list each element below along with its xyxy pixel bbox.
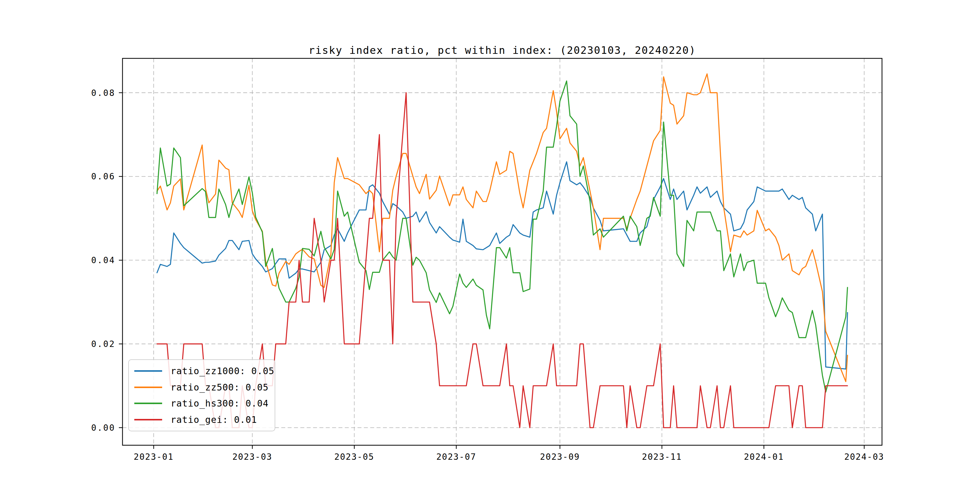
- legend-label: ratio_zz1000: 0.05: [170, 366, 274, 376]
- legend-label: ratio_zz500: 0.05: [170, 382, 269, 393]
- series-line-ratio_zz1000: [157, 162, 848, 369]
- legend-line-swatch: [134, 387, 162, 388]
- tick-label-y: 0.02: [91, 339, 115, 349]
- tick-label-x: 2023-07: [436, 452, 476, 462]
- tick-label-x: 2023-09: [540, 452, 580, 462]
- tick-label-x: 2023-05: [334, 452, 374, 462]
- legend-line-swatch: [134, 402, 162, 404]
- legend-line-swatch: [134, 370, 162, 372]
- legend-item-ratio_zz1000: ratio_zz1000: 0.05: [134, 366, 269, 376]
- legend-label: ratio_hs300: 0.04: [170, 398, 269, 409]
- legend-item-ratio_zz500: ratio_zz500: 0.05: [134, 382, 269, 393]
- tick-label-y: 0.00: [91, 423, 115, 433]
- tick-label-x: 2023-01: [134, 452, 173, 462]
- legend-label: ratio_gei: 0.01: [170, 414, 257, 425]
- tick-label-x: 2024-03: [844, 452, 884, 462]
- legend-line-swatch: [134, 419, 162, 420]
- legend-item-ratio_gei: ratio_gei: 0.01: [134, 414, 269, 425]
- legend-item-ratio_hs300: ratio_hs300: 0.04: [134, 398, 269, 409]
- tick-label-x: 2023-11: [642, 452, 682, 462]
- legend: ratio_zz1000: 0.05ratio_zz500: 0.05ratio…: [128, 360, 275, 431]
- series-line-ratio_hs300: [157, 81, 848, 392]
- tick-label-y: 0.06: [91, 172, 115, 181]
- figure: risky index ratio, pct within index: (20…: [0, 0, 980, 490]
- tick-label-x: 2023-03: [232, 452, 272, 462]
- tick-label-x: 2024-01: [744, 452, 784, 462]
- tick-label-y: 0.08: [91, 88, 115, 98]
- tick-label-y: 0.04: [91, 255, 115, 265]
